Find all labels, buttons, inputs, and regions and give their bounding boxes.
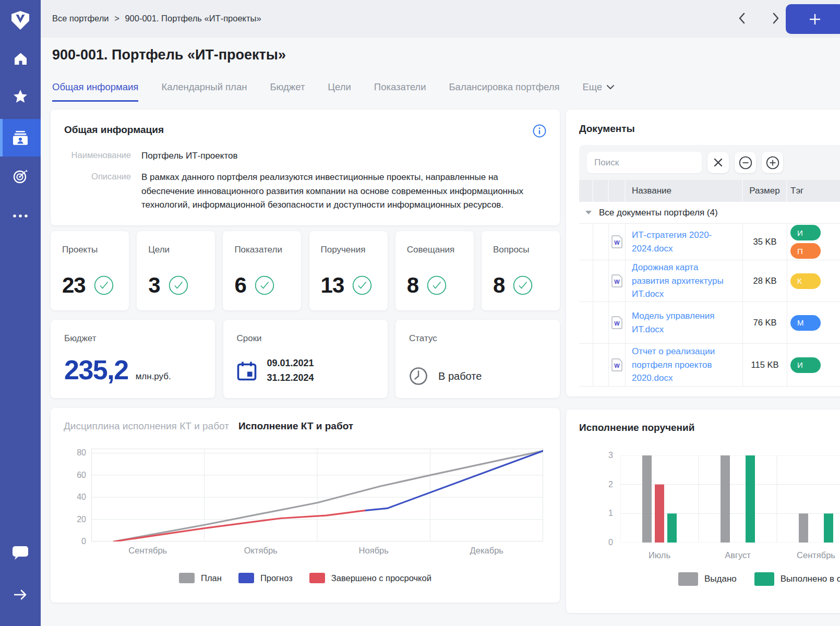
info-icon[interactable] [533,124,546,138]
documents-group-row[interactable]: Все документы портфеля (4) [579,202,840,224]
tab-goals[interactable]: Цели [328,81,351,100]
legend-item-plan: План [179,573,222,583]
stat-card-goals[interactable]: Цели 3 [137,231,215,310]
search-input[interactable] [587,152,702,173]
tab-more[interactable]: Еще [583,81,615,100]
document-size: 28 KB [753,276,777,286]
stat-value: 13 [321,273,344,298]
tab-budget[interactable]: Бюджет [270,81,305,100]
table-row: W ИТ-стратегия 2020-2024.docx 35 KB И П [579,224,840,260]
tag-badge[interactable]: И [790,225,821,240]
tag-badge[interactable]: М [790,315,821,331]
legend-swatch [238,573,254,583]
add-button[interactable] [786,4,840,34]
date-start: 09.01.2021 [267,356,314,371]
stat-card-projects[interactable]: Проекты 23 [51,231,129,310]
plus-circle-icon [766,156,779,170]
expand-arrow-icon [13,588,28,601]
tab-calendar-plan[interactable]: Календарный план [161,81,247,100]
tab-general-info[interactable]: Общая информаия [52,81,138,102]
nav-back-button[interactable] [738,13,746,26]
table-row: W Отчет о реализации портфеля проектов 2… [579,344,840,387]
main-area: Все портфели > 900-001. Портфель «ИТ-про… [41,0,840,626]
legend-swatch [309,573,325,583]
app-logo[interactable] [0,6,41,33]
chevron-left-icon [738,13,746,24]
orders-chart-card: Исполнение поручений 0123 ИюльАвгустСент… [566,410,840,613]
stat-value: 8 [493,273,505,298]
breadcrumb-separator: > [114,14,119,23]
minus-circle-icon [739,156,752,170]
document-link[interactable]: Модель управления ИТ.docx [632,309,736,336]
field-value-name: Портфель ИТ-проектов [141,149,237,163]
stat-card-meetings[interactable]: Совещания 8 [395,231,474,310]
stat-card-questions[interactable]: Вопросы 8 [482,231,560,310]
word-doc-icon: W [611,358,622,371]
bar-chart-legend: Выдано Выполнено в с [678,572,840,586]
stat-value: 23 [62,273,86,298]
documents-title: Документы [579,123,840,135]
stat-card-indicators[interactable]: Показатели 6 [223,231,301,310]
line-chart-legend: План Прогноз Завершено с просрочкой [51,573,560,583]
legend-item-issued: Выдано [678,572,737,586]
column-header-tag[interactable]: Тэг [787,180,840,202]
legend-swatch [678,572,698,586]
stat-value: 3 [148,273,160,298]
collapse-all-button[interactable] [735,152,756,173]
document-link[interactable]: Дорожная карта развития архитектуры ИТ.d… [632,261,736,301]
sidebar [0,0,41,626]
expand-all-button[interactable] [762,152,783,173]
chart-tab-discipline[interactable]: Дисциплина исполнения КТ и работ [64,420,229,432]
home-icon [14,52,28,65]
stats-row: Проекты 23 Цели 3 Показатели 6 Поручения… [51,231,560,310]
target-icon [13,168,28,184]
chevron-right-icon [772,13,779,24]
check-circle-icon [352,275,372,295]
page-title: 900-001. Портфель «ИТ-проекты» [52,47,286,63]
breadcrumb-bar: Все портфели > 900-001. Портфель «ИТ-про… [41,0,840,38]
bar-chart-x-axis: ИюльАвгустСентябрь [620,550,840,563]
chart-tab-execution[interactable]: Исполнение КТ и работ [238,420,353,432]
tab-indicators[interactable]: Показатели [374,81,426,100]
bar-chart-y-axis: 0123 [595,455,613,543]
sidebar-item-favorites[interactable] [0,85,41,107]
bar-chart-plot [620,455,840,543]
check-circle-icon [513,275,533,295]
sidebar-item-more[interactable] [0,207,41,225]
stat-card-orders[interactable]: Поручения 13 [309,231,388,310]
close-icon [714,158,723,167]
star-icon [13,89,28,103]
svg-text:W: W [614,239,620,246]
field-label-description: Описание [64,171,131,212]
check-circle-icon [255,275,274,295]
svg-text:W: W [614,363,620,369]
legend-swatch [754,572,774,586]
sidebar-item-portfolios[interactable] [0,119,41,156]
svg-text:W: W [614,279,620,285]
documents-card: Документы [566,110,840,396]
sidebar-item-expand[interactable] [0,583,41,606]
column-header-name[interactable]: Название [626,180,743,202]
tag-badge[interactable]: И [790,357,821,373]
sidebar-item-goals[interactable] [0,165,41,188]
breadcrumb-root[interactable]: Все портфели [52,14,109,23]
document-link[interactable]: ИТ-стратегия 2020-2024.docx [632,228,736,255]
budget-unit: млн.руб. [136,371,171,382]
sidebar-item-home[interactable] [0,47,41,70]
date-end: 31.12.2024 [267,371,314,386]
tab-bar: Общая информаия Календарный план Бюджет … [52,81,614,102]
chart-tabs: Дисциплина исполнения КТ и работ Исполне… [64,420,353,432]
nav-forward-button[interactable] [772,13,779,26]
clear-search-button[interactable] [707,152,729,173]
check-circle-icon [427,275,447,295]
more-dots-icon [13,214,28,218]
table-row: W Модель управления ИТ.docx 76 KB М [579,302,840,344]
document-link[interactable]: Отчет о реализации портфеля проектов 202… [632,345,736,385]
tag-badge[interactable]: П [790,243,821,259]
sidebar-item-chat[interactable] [0,541,41,564]
general-info-card: Общая информация Наименование Портфель И… [51,110,560,225]
legend-item-done: Выполнено в с [754,572,840,586]
column-header-size[interactable]: Размер [743,180,787,202]
tab-balancing[interactable]: Балансировка портфеля [449,81,559,100]
tag-badge[interactable]: К [790,273,821,289]
